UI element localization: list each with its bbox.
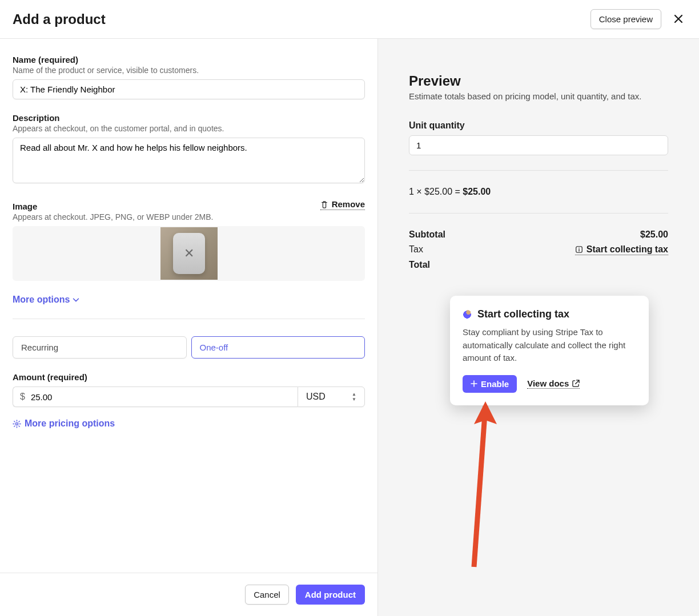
svg-point-2 — [579, 248, 580, 249]
annotation-arrow — [464, 401, 498, 573]
description-hint: Appears at checkout, on the customer por… — [13, 124, 365, 133]
image-group: Image Remove Appears at checkout. JPEG, … — [13, 199, 365, 281]
product-thumbnail: ✕ — [160, 227, 218, 280]
svg-line-4 — [474, 406, 485, 567]
image-hint: Appears at checkout. JPEG, PNG, or WEBP … — [13, 212, 365, 222]
subtotal-value: $25.00 — [640, 230, 668, 240]
subtotal-label: Subtotal — [409, 230, 445, 240]
tax-popover-title: Start collecting tax — [477, 308, 569, 320]
start-collecting-tax-label: Start collecting tax — [586, 244, 668, 255]
enable-tax-button[interactable]: Enable — [463, 375, 517, 393]
unit-quantity-label: Unit quantity — [409, 120, 668, 131]
trash-icon — [320, 200, 328, 208]
view-docs-link[interactable]: View docs — [527, 379, 580, 389]
currency-select[interactable]: USD ▲▼ — [298, 386, 365, 407]
preview-subtitle: Estimate totals based on pricing model, … — [409, 91, 668, 101]
calc-prefix: 1 × $25.00 = — [409, 187, 463, 196]
name-input[interactable] — [13, 79, 365, 99]
svg-rect-3 — [579, 249, 579, 251]
form-footer: Cancel Add product — [0, 573, 377, 616]
chevron-down-icon — [72, 296, 80, 304]
select-icon: ▲▼ — [352, 392, 356, 402]
more-options-label: More options — [13, 295, 70, 305]
tax-popover-icon — [463, 310, 472, 319]
total-row: Total — [409, 260, 668, 270]
tax-row: Tax Start collecting tax — [409, 244, 668, 255]
image-label: Image — [13, 202, 37, 211]
amount-label: Amount (required) — [13, 372, 365, 382]
name-group: Name (required) Name of the product or s… — [13, 55, 365, 99]
enable-tax-label: Enable — [481, 379, 509, 389]
header: Add a product Close preview — [0, 0, 699, 39]
amount-input[interactable] — [31, 392, 292, 402]
one-off-button[interactable]: One-off — [191, 336, 365, 359]
section-divider — [13, 319, 365, 319]
billing-type-segmented: Recurring One-off — [13, 336, 365, 359]
currency-value: USD — [306, 392, 326, 402]
page-title: Add a product — [13, 11, 106, 27]
cancel-button[interactable]: Cancel — [245, 585, 289, 605]
info-icon — [575, 245, 583, 253]
start-collecting-tax-link[interactable]: Start collecting tax — [575, 244, 668, 255]
tax-popover: Start collecting tax Stay compliant by u… — [450, 296, 649, 405]
image-dropzone[interactable]: ✕ — [13, 226, 365, 281]
description-input[interactable]: Read all about Mr. X and how he helps hi… — [13, 138, 365, 183]
total-label: Total — [409, 260, 430, 270]
description-label: Description — [13, 113, 365, 123]
svg-point-0 — [15, 422, 18, 425]
name-label: Name (required) — [13, 55, 365, 65]
plus-icon — [471, 380, 477, 387]
preview-panel: Preview Estimate totals based on pricing… — [378, 39, 699, 616]
amount-input-wrapper: $ — [13, 386, 298, 407]
add-product-button[interactable]: Add product — [296, 585, 365, 605]
preview-title: Preview — [409, 73, 668, 89]
name-hint: Name of the product or service, visible … — [13, 66, 365, 75]
view-docs-label: View docs — [527, 379, 569, 388]
currency-symbol: $ — [20, 392, 25, 402]
close-preview-button[interactable]: Close preview — [590, 9, 661, 29]
remove-image-button[interactable]: Remove — [320, 199, 365, 210]
preview-divider-1 — [409, 170, 668, 171]
amount-group: Amount (required) $ USD ▲▼ — [13, 372, 365, 407]
more-options-button[interactable]: More options — [13, 295, 365, 305]
more-pricing-options-label: More pricing options — [25, 418, 115, 429]
header-actions: Close preview — [590, 9, 686, 29]
tax-label: Tax — [409, 244, 423, 255]
more-pricing-options-button[interactable]: More pricing options — [13, 418, 365, 429]
tax-popover-body: Stay compliant by using Stripe Tax to au… — [463, 326, 636, 365]
subtotal-row: Subtotal $25.00 — [409, 230, 668, 240]
external-link-icon — [572, 380, 580, 387]
unit-quantity-input[interactable] — [409, 135, 668, 155]
recurring-button[interactable]: Recurring — [13, 336, 187, 359]
form-panel: Name (required) Name of the product or s… — [0, 39, 378, 616]
calculation-line: 1 × $25.00 = $25.00 — [409, 187, 668, 197]
close-icon[interactable] — [670, 12, 686, 27]
preview-divider-2 — [409, 213, 668, 214]
remove-image-label: Remove — [332, 199, 365, 209]
gear-icon — [13, 420, 21, 428]
description-group: Description Appears at checkout, on the … — [13, 113, 365, 186]
calc-result: $25.00 — [463, 187, 491, 196]
